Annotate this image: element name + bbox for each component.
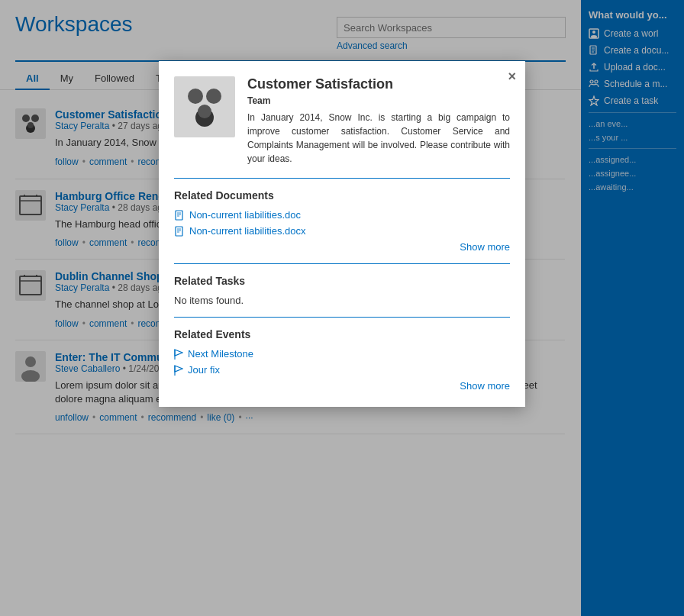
modal-header: Customer Satisfaction Team In January 20… bbox=[174, 76, 510, 166]
doc-icon-2 bbox=[174, 226, 185, 237]
related-tasks-empty: No items found. bbox=[174, 295, 510, 306]
related-event-2[interactable]: Jour fix bbox=[174, 364, 510, 376]
related-documents-section: Related Documents Non-current liabilitie… bbox=[174, 189, 510, 253]
modal-description: In January 2014, Snow Inc. is starting a… bbox=[247, 111, 510, 166]
related-docs-title: Related Documents bbox=[174, 189, 510, 202]
related-tasks-section: Related Tasks No items found. bbox=[174, 275, 510, 306]
related-events-section: Related Events Next Milestone Jour fix S bbox=[174, 328, 510, 392]
modal-overlay: × Customer Satisfaction Team In January … bbox=[0, 0, 684, 616]
modal-close-button[interactable]: × bbox=[508, 69, 516, 85]
modal-workspace-icon bbox=[174, 76, 235, 137]
flag-icon-2 bbox=[174, 365, 183, 376]
related-doc-2[interactable]: Non-current liabilities.docx bbox=[174, 225, 510, 237]
related-event-2-label: Jour fix bbox=[188, 364, 220, 376]
modal-divider-1 bbox=[174, 178, 510, 179]
modal-title: Customer Satisfaction bbox=[247, 76, 510, 92]
related-tasks-title: Related Tasks bbox=[174, 275, 510, 287]
svg-rect-33 bbox=[176, 211, 182, 220]
workspace-detail-modal: × Customer Satisfaction Team In January … bbox=[159, 61, 525, 407]
modal-team-avatar bbox=[174, 76, 235, 137]
svg-point-29 bbox=[188, 89, 203, 104]
svg-point-30 bbox=[206, 89, 221, 104]
related-events-title: Related Events bbox=[174, 328, 510, 340]
doc-icon-1 bbox=[174, 210, 185, 221]
docs-show-more[interactable]: Show more bbox=[174, 241, 510, 253]
modal-divider-3 bbox=[174, 317, 510, 318]
svg-rect-37 bbox=[176, 227, 182, 236]
related-event-1[interactable]: Next Milestone bbox=[174, 348, 510, 360]
related-doc-1[interactable]: Non-current liabilities.doc bbox=[174, 209, 510, 221]
modal-title-area: Customer Satisfaction Team In January 20… bbox=[247, 76, 510, 166]
modal-divider-2 bbox=[174, 263, 510, 264]
modal-type: Team bbox=[247, 95, 510, 106]
related-event-1-label: Next Milestone bbox=[188, 348, 253, 360]
flag-icon-1 bbox=[174, 349, 183, 360]
svg-marker-43 bbox=[175, 366, 182, 372]
related-doc-1-label: Non-current liabilities.doc bbox=[189, 209, 301, 221]
events-show-more[interactable]: Show more bbox=[174, 380, 510, 392]
svg-point-32 bbox=[198, 105, 211, 118]
svg-marker-41 bbox=[175, 350, 182, 356]
related-doc-2-label: Non-current liabilities.docx bbox=[189, 225, 305, 237]
